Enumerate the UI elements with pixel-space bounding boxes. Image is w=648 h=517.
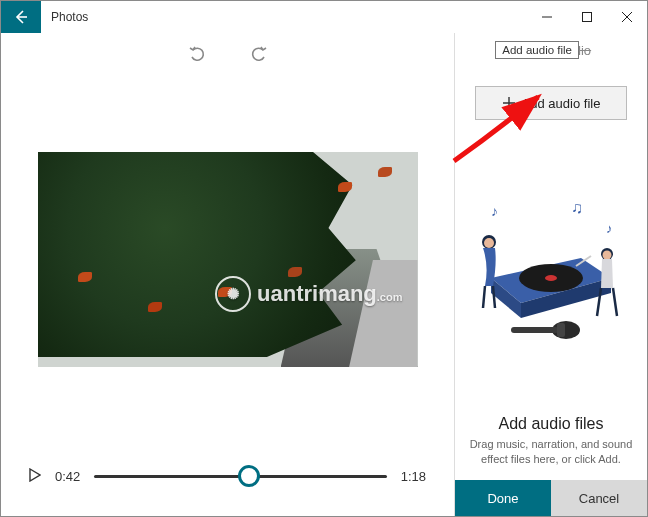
play-icon — [29, 468, 41, 482]
cancel-button[interactable]: Cancel — [551, 480, 647, 516]
play-button[interactable] — [29, 468, 41, 485]
watermark-icon: ✺ — [215, 276, 251, 312]
svg-text:♪: ♪ — [606, 221, 613, 236]
svg-rect-15 — [511, 327, 559, 333]
plus-icon — [502, 96, 516, 110]
add-audio-label: Add audio file — [522, 96, 601, 111]
close-button[interactable] — [607, 1, 647, 33]
back-arrow-icon — [13, 9, 29, 25]
svg-rect-0 — [583, 13, 592, 22]
current-time: 0:42 — [55, 469, 80, 484]
app-window: Photos — [0, 0, 648, 517]
done-button[interactable]: Done — [455, 480, 551, 516]
side-panel: Custom audio Add audio file — [455, 33, 647, 516]
add-audio-tooltip: Add audio file — [495, 41, 579, 59]
svg-point-10 — [603, 250, 612, 259]
panel-buttons: Done Cancel — [455, 479, 647, 516]
titlebar: Photos — [1, 1, 647, 33]
window-controls — [527, 1, 647, 33]
add-audio-file-button[interactable]: Add audio file — [475, 86, 627, 120]
seek-track[interactable] — [94, 475, 386, 478]
undo-icon — [187, 43, 207, 63]
redo-icon — [249, 43, 269, 63]
watermark: ✺ uantrimang.com — [215, 276, 402, 312]
player-controls: 0:42 1:18 — [1, 446, 454, 516]
app-title: Photos — [41, 1, 88, 33]
redo-button[interactable] — [243, 37, 275, 69]
svg-point-5 — [545, 275, 557, 281]
audio-illustration: ♪ ♫ ♪ — [455, 120, 647, 415]
back-button[interactable] — [1, 1, 41, 33]
svg-text:♪: ♪ — [491, 203, 498, 219]
empty-state-subtext: Drag music, narration, and sound effect … — [469, 437, 633, 467]
main-panel: ✺ uantrimang.com 0:42 1:18 — [1, 33, 455, 516]
minimize-button[interactable] — [527, 1, 567, 33]
svg-rect-16 — [557, 323, 565, 337]
undo-button[interactable] — [181, 37, 213, 69]
total-time: 1:18 — [401, 469, 426, 484]
seek-thumb[interactable] — [238, 465, 260, 487]
maximize-button[interactable] — [567, 1, 607, 33]
svg-text:♫: ♫ — [571, 199, 583, 216]
svg-point-8 — [484, 238, 494, 248]
video-preview[interactable]: ✺ uantrimang.com — [38, 152, 418, 367]
editor-toolbar — [1, 33, 454, 73]
empty-state-heading: Add audio files — [469, 415, 633, 433]
